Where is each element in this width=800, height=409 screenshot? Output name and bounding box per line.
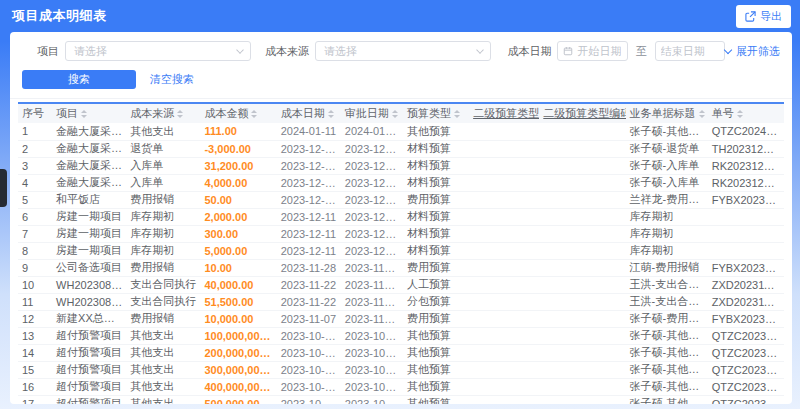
cell-amount: 300.00	[200, 225, 276, 242]
cell-index: 8	[18, 242, 52, 259]
cell-amount: 51,500.00	[200, 293, 276, 310]
sort-icon[interactable]	[454, 110, 460, 118]
cell-amount: 10.00	[200, 259, 276, 276]
cell-budget_type2	[469, 242, 539, 259]
end-date-input[interactable]: 结束日期	[655, 41, 725, 61]
cell-doc_no	[708, 208, 784, 225]
expand-filter-label: 展开筛选	[736, 44, 780, 59]
table-row: 11WH20230831支出合同执行51,500.002023-11-22202…	[18, 293, 784, 310]
cost-source-select[interactable]: 请选择	[315, 41, 492, 61]
cell-project: 金融大厦采购项目	[52, 157, 126, 174]
cell-cost_source: 支出合同执行	[126, 293, 200, 310]
column-header-approval_date[interactable]: 审批日期	[341, 103, 403, 123]
column-header-budget_type[interactable]: 预算类型	[403, 103, 469, 123]
cell-budget_type2_code	[539, 123, 625, 140]
cell-budget_type: 分包预算	[403, 293, 469, 310]
cell-biz_doc_title: 库存期初	[626, 208, 708, 225]
column-header-budget_type2_code[interactable]: 二级预算类型编码	[539, 103, 625, 123]
export-button[interactable]: 导出	[736, 5, 791, 28]
cell-budget_type2	[469, 310, 539, 327]
cell-cost_date: 2023-12-19	[277, 174, 341, 191]
cell-budget_type2	[469, 191, 539, 208]
column-header-biz_doc_title[interactable]: 业务单据标题	[626, 103, 708, 123]
cell-doc_no	[708, 242, 784, 259]
column-header-cost_source[interactable]: 成本来源	[126, 103, 200, 123]
sort-icon[interactable]	[251, 110, 257, 118]
cell-index: 4	[18, 174, 52, 191]
cell-doc_no: QTZC20240111001	[708, 123, 784, 140]
cell-amount: 400,000,000.00	[200, 378, 276, 395]
cell-cost_source: 入库单	[126, 157, 200, 174]
cell-approval_date: 2024-01-11	[341, 123, 403, 140]
cell-cost_source: 库存期初	[126, 225, 200, 242]
drawer-handle[interactable]	[0, 169, 7, 207]
cell-biz_doc_title: 张子硕-其他支出	[626, 327, 708, 344]
cell-budget_type2_code	[539, 310, 625, 327]
cell-index: 16	[18, 378, 52, 395]
start-date-placeholder: 开始日期	[577, 44, 621, 59]
cell-doc_no: QTZC20231027002	[708, 361, 784, 378]
table-row: 7房建一期项目库存期初300.002023-12-112023-12-11材料预…	[18, 225, 784, 242]
search-button[interactable]: 搜索	[22, 70, 136, 89]
cell-project: 金融大厦采购项目	[52, 123, 126, 140]
cell-budget_type: 材料预算	[403, 157, 469, 174]
sort-icon[interactable]	[177, 110, 183, 118]
cell-project: 房建一期项目	[52, 242, 126, 259]
cell-budget_type2	[469, 140, 539, 157]
cost-date-filter-label: 成本日期	[507, 44, 551, 59]
cell-amount: 50.00	[200, 191, 276, 208]
cell-index: 13	[18, 327, 52, 344]
cell-cost_date: 2023-11-28	[277, 259, 341, 276]
filter-bar: 项目 请选择 成本来源 请选择 成本日期 开始日期 至 结束日期 展开筛选	[10, 32, 792, 61]
table-row: 16超付预警项目其他支出400,000,000.002023-10-272023…	[18, 378, 784, 395]
cell-approval_date: 2023-11-07	[341, 310, 403, 327]
table-row: 8房建一期项目库存期初5,000.002023-12-112023-12-11材…	[18, 242, 784, 259]
cell-biz_doc_title: 张子硕-费用报销	[626, 310, 708, 327]
cost-source-select-placeholder: 请选择	[324, 44, 357, 59]
project-select[interactable]: 请选择	[65, 41, 251, 61]
table-row: 3金融大厦采购项目入库单31,200.002023-12-192023-12-1…	[18, 157, 784, 174]
cell-biz_doc_title: 江萌-费用报销	[626, 259, 708, 276]
table-row: 2金融大厦采购项目退货单-3,000.002023-12-192023-12-1…	[18, 140, 784, 157]
column-header-cost_date[interactable]: 成本日期	[277, 103, 341, 123]
cell-approval_date: 2023-12-19	[341, 140, 403, 157]
cell-cost_source: 费用报销	[126, 259, 200, 276]
column-label: 审批日期	[345, 107, 389, 119]
cell-budget_type2_code	[539, 361, 625, 378]
cell-budget_type2	[469, 259, 539, 276]
table-row: 17超付预警项目其他支出500,000,000.002023-10-272023…	[18, 395, 784, 404]
sort-icon[interactable]	[328, 110, 334, 118]
table-row: 4金融大厦采购项目入库单4,000.002023-12-192023-12-19…	[18, 174, 784, 191]
cell-index: 7	[18, 225, 52, 242]
column-label: 二级预算类型编码	[543, 107, 625, 119]
cell-approval_date: 2023-10-27	[341, 378, 403, 395]
cell-project: 公司备选项目	[52, 259, 126, 276]
cell-budget_type: 材料预算	[403, 225, 469, 242]
sort-icon[interactable]	[737, 110, 743, 118]
column-header-doc_no[interactable]: 单号	[708, 103, 784, 123]
column-label: 成本金额	[204, 107, 248, 119]
column-header-amount[interactable]: 成本金额	[200, 103, 276, 123]
column-header-project[interactable]: 项目	[52, 103, 126, 123]
cell-budget_type2_code	[539, 208, 625, 225]
sort-icon[interactable]	[699, 110, 705, 118]
sort-icon[interactable]	[392, 110, 398, 118]
cell-cost_date: 2023-12-11	[277, 242, 341, 259]
column-header-budget_type2[interactable]: 二级预算类型	[469, 103, 539, 123]
cell-cost_date: 2023-10-27	[277, 327, 341, 344]
cell-budget_type2	[469, 344, 539, 361]
cell-cost_source: 库存期初	[126, 208, 200, 225]
clear-search-link[interactable]: 清空搜索	[150, 72, 194, 87]
cell-doc_no: TH20231219001	[708, 140, 784, 157]
cell-project: 超付预警项目	[52, 361, 126, 378]
cell-cost_date: 2023-11-07	[277, 310, 341, 327]
expand-filter-link[interactable]: 展开筛选	[725, 44, 780, 59]
cell-amount: 31,200.00	[200, 157, 276, 174]
cell-doc_no: QTZC20231027002	[708, 344, 784, 361]
table-body: 1金融大厦采购项目其他支出111.002024-01-112024-01-11其…	[18, 123, 784, 404]
sort-icon[interactable]	[81, 110, 87, 118]
cell-project: 超付预警项目	[52, 344, 126, 361]
cell-cost_source: 库存期初	[126, 242, 200, 259]
cell-approval_date: 2023-12-11	[341, 208, 403, 225]
start-date-input[interactable]: 开始日期	[557, 41, 627, 61]
